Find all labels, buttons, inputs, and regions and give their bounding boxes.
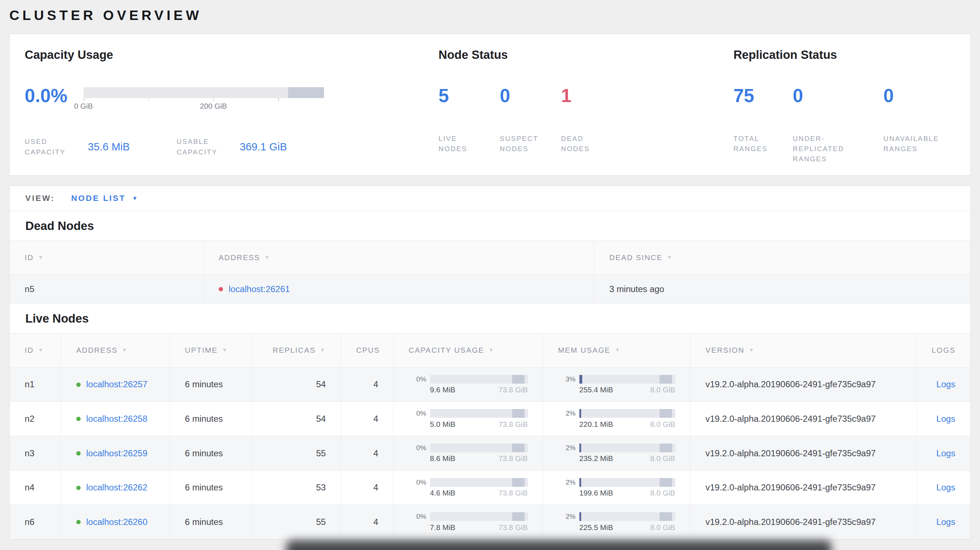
mem-total-value: 8.0 GiB bbox=[650, 489, 675, 498]
node-capacity-usage-cell: 0% 5.0 MiB73.8 GiB bbox=[393, 402, 542, 436]
node-version-cell: v19.2.0-alpha.20190606-2491-gfe735c9a97 bbox=[690, 402, 917, 436]
live-node-row: n4 localhost:26262 6 minutes 53 4 0% 4.6… bbox=[10, 471, 970, 505]
col-header-label: ADDRESS bbox=[219, 253, 260, 262]
capacity-bar-axis: 0 GiB 200 GiB bbox=[84, 98, 324, 112]
axis-tick bbox=[278, 98, 279, 101]
mem-mini-bar bbox=[579, 375, 675, 384]
col-header-replicas[interactable]: REPLICAS▼ bbox=[252, 333, 341, 367]
capacity-total-value: 73.8 GiB bbox=[498, 420, 527, 429]
node-live-status-icon bbox=[76, 383, 81, 387]
col-header-mem-usage[interactable]: MEM USAGE▼ bbox=[543, 333, 690, 367]
node-address-link[interactable]: localhost:26257 bbox=[86, 379, 148, 389]
capacity-mini-bar bbox=[430, 409, 528, 418]
live-nodes-count: 5 bbox=[438, 85, 500, 106]
capacity-usage-section: Capacity Usage 0.0% 0 GiB 200 GiB bbox=[25, 48, 438, 163]
col-header-cpus: CPUS bbox=[341, 333, 394, 367]
mem-percent: 2% bbox=[558, 478, 579, 486]
mem-total-value: 8.0 GiB bbox=[650, 523, 675, 532]
mem-mini-bar bbox=[579, 409, 675, 418]
col-header-id[interactable]: ID▼ bbox=[10, 240, 204, 275]
capacity-mini-bar bbox=[430, 512, 528, 521]
col-header-capacity-usage[interactable]: CAPACITY USAGE▼ bbox=[393, 333, 542, 367]
dead-nodes-count: 1 bbox=[561, 85, 622, 106]
dead-node-row: n5 localhost:26261 3 minutes ago bbox=[10, 275, 970, 303]
node-logs-cell: Logs bbox=[916, 505, 970, 539]
mem-used-value: 235.2 MiB bbox=[579, 454, 613, 463]
axis-tick bbox=[84, 98, 84, 101]
col-header-id[interactable]: ID▼ bbox=[10, 333, 61, 367]
node-cpus-cell: 4 bbox=[341, 471, 394, 505]
node-live-status-icon bbox=[76, 451, 81, 456]
mem-total-value: 8.0 GiB bbox=[650, 454, 675, 463]
node-live-status-icon bbox=[76, 416, 81, 421]
mem-mini-bar bbox=[579, 443, 675, 452]
node-address-link[interactable]: localhost:26260 bbox=[86, 517, 148, 527]
node-address-link[interactable]: localhost:26261 bbox=[229, 284, 290, 294]
col-header-version[interactable]: VERSION▼ bbox=[690, 333, 917, 367]
sort-arrow-icon: ▼ bbox=[320, 347, 326, 353]
unavailable-ranges-stat: 0 UNAVAILABLE RANGES bbox=[883, 85, 955, 165]
node-logs-link[interactable]: Logs bbox=[936, 448, 955, 458]
sort-arrow-icon: ▼ bbox=[38, 255, 44, 260]
col-header-address[interactable]: ADDRESS▼ bbox=[61, 333, 170, 367]
sort-arrow-icon: ▼ bbox=[488, 347, 494, 353]
col-header-label: VERSION bbox=[705, 346, 744, 354]
view-selector-dropdown[interactable]: NODE LIST ▼ bbox=[71, 194, 139, 203]
total-ranges-label: TOTAL RANGES bbox=[733, 134, 777, 154]
node-address-link[interactable]: localhost:26262 bbox=[86, 482, 148, 492]
capacity-total-value: 73.8 GiB bbox=[498, 489, 527, 498]
dead-table-header-row: ID▼ ADDRESS▼ DEAD SINCE▼ bbox=[10, 240, 970, 275]
dead-nodes-heading: Dead Nodes bbox=[10, 211, 970, 240]
node-version-cell: v19.2.0-alpha.20190606-2491-gfe735c9a97 bbox=[690, 471, 917, 505]
node-logs-link[interactable]: Logs bbox=[936, 414, 955, 424]
col-header-label: ID bbox=[25, 253, 34, 262]
node-address-cell: localhost:26260 bbox=[61, 505, 170, 539]
col-header-address[interactable]: ADDRESS▼ bbox=[204, 240, 594, 275]
node-mem-usage-cell: 2% 235.2 MiB8.0 GiB bbox=[543, 436, 690, 471]
node-mem-usage-cell: 2% 225.5 MiB8.0 GiB bbox=[543, 505, 690, 539]
node-capacity-usage-cell: 0% 4.6 MiB73.8 GiB bbox=[393, 471, 542, 505]
view-label: VIEW: bbox=[25, 194, 55, 203]
mem-used-value: 255.4 MiB bbox=[579, 385, 613, 394]
mem-total-value: 8.0 GiB bbox=[650, 420, 675, 429]
col-header-uptime[interactable]: UPTIME▼ bbox=[170, 333, 251, 367]
node-uptime-cell: 6 minutes bbox=[170, 436, 251, 471]
node-cpus-cell: 4 bbox=[341, 436, 394, 471]
col-header-label: ADDRESS bbox=[76, 346, 118, 354]
sort-arrow-icon: ▼ bbox=[615, 347, 621, 353]
usable-capacity-value: 369.1 GiB bbox=[240, 141, 296, 153]
col-header-dead-since[interactable]: DEAD SINCE▼ bbox=[594, 240, 970, 275]
col-header-label: CAPACITY USAGE bbox=[409, 346, 484, 354]
under-replicated-ranges-stat: 0 UNDER-REPLICATED RANGES bbox=[793, 85, 884, 165]
dead-nodes-table: ID▼ ADDRESS▼ DEAD SINCE▼ n5 localhost:26… bbox=[10, 240, 970, 304]
node-capacity-usage-cell: 0% 8.6 MiB73.8 GiB bbox=[393, 436, 542, 471]
node-logs-link[interactable]: Logs bbox=[936, 379, 955, 389]
node-address-link[interactable]: localhost:26259 bbox=[86, 448, 148, 458]
mem-used-value: 199.6 MiB bbox=[579, 489, 613, 498]
capacity-percent: 0% bbox=[409, 444, 430, 452]
capacity-used-value: 8.6 MiB bbox=[430, 454, 455, 463]
node-logs-link[interactable]: Logs bbox=[936, 482, 955, 492]
col-header-label: UPTIME bbox=[185, 346, 218, 354]
live-nodes-stat: 5 LIVE NODES bbox=[438, 85, 500, 154]
mem-percent: 2% bbox=[558, 444, 579, 452]
node-uptime-cell: 6 minutes bbox=[170, 367, 251, 402]
mem-used-value: 220.1 MiB bbox=[579, 420, 613, 429]
node-address-link[interactable]: localhost:26258 bbox=[86, 414, 148, 424]
used-capacity-value: 35.6 MiB bbox=[88, 141, 144, 153]
sort-arrow-icon: ▼ bbox=[222, 347, 228, 353]
axis-tick-label: 0 GiB bbox=[74, 102, 93, 110]
capacity-used-value: 7.8 MiB bbox=[430, 523, 455, 532]
node-version-cell: v19.2.0-alpha.20190606-2491-gfe735c9a97 bbox=[690, 505, 917, 539]
capacity-usage-bar: 0 GiB 200 GiB bbox=[84, 87, 324, 111]
sort-arrow-icon: ▼ bbox=[264, 255, 270, 260]
node-logs-cell: Logs bbox=[916, 402, 970, 436]
node-mem-usage-cell: 2% 220.1 MiB8.0 GiB bbox=[543, 402, 690, 436]
node-replicas-cell: 54 bbox=[252, 367, 341, 402]
capacity-total-value: 73.8 GiB bbox=[498, 523, 527, 532]
capacity-percent: 0% bbox=[409, 513, 430, 521]
used-capacity-stat: USED CAPACITY 35.6 MiB bbox=[25, 137, 144, 157]
capacity-mini-bar bbox=[430, 375, 528, 384]
node-id-cell: n1 bbox=[10, 367, 61, 402]
node-logs-link[interactable]: Logs bbox=[936, 517, 955, 527]
